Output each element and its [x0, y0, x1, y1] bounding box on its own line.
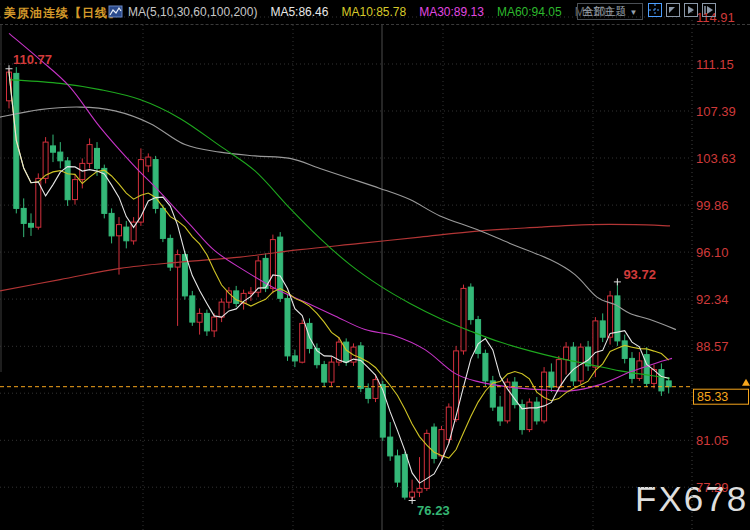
candle-body	[182, 255, 187, 296]
extreme-marker-icon	[6, 65, 13, 72]
ma60-line	[9, 80, 670, 379]
ma60-legend-value: MA60:94.05	[497, 5, 562, 19]
extreme-marker-icon	[409, 497, 416, 504]
candle-body	[395, 456, 400, 482]
candle-body	[73, 180, 78, 200]
candle-body	[366, 388, 371, 398]
candle-body	[329, 362, 334, 382]
candle-body	[29, 223, 34, 227]
axis-label: 107.39	[696, 104, 736, 119]
candle-body	[197, 313, 202, 322]
last-price-label: 85.33	[697, 390, 728, 404]
candle-body	[564, 347, 569, 360]
axis-label: 77.29	[696, 480, 729, 495]
extreme-marker-icon	[614, 278, 621, 285]
axis-label: 92.34	[696, 292, 729, 307]
candle-body	[285, 298, 290, 356]
candle-body	[102, 168, 107, 213]
candle-body	[43, 142, 48, 178]
candle-body	[534, 402, 539, 421]
line-chart-icon	[108, 4, 123, 19]
candle-body	[190, 296, 195, 322]
candle-body	[388, 437, 393, 456]
candle-body	[175, 255, 180, 268]
ma-params-label: MA(5,10,30,60,100,200)	[128, 5, 257, 19]
grid-layout-icon[interactable]	[648, 3, 662, 17]
toolbar-icon-group	[648, 3, 716, 17]
ma10-line	[9, 72, 669, 458]
axis-label: 88.57	[696, 339, 729, 354]
candle-body	[204, 313, 209, 331]
candle-body	[380, 385, 385, 438]
ma-legend: MA(5,10,30,60,100,200) MA5:86.46 MA10:85…	[128, 5, 613, 19]
candle-body	[468, 287, 473, 320]
candle-body	[300, 323, 305, 362]
candle-body	[593, 321, 598, 367]
ma200-line	[0, 224, 670, 291]
axis-label: 96.10	[696, 245, 729, 260]
candle-body	[160, 208, 165, 238]
pane-popout-icon[interactable]	[702, 3, 716, 17]
chart-toolbar: 美原油连续【日线】 MA(5,10,30,60,100,200) MA5:86.…	[0, 0, 750, 25]
pane-next-icon[interactable]	[684, 3, 698, 17]
candle-body	[51, 146, 56, 152]
candle-body	[615, 296, 620, 341]
symbol-title: 美原油连续【日线】	[4, 5, 121, 22]
candle-body	[549, 372, 554, 387]
candle-body	[556, 360, 561, 388]
candle-body	[212, 317, 217, 331]
candle-body	[358, 346, 363, 389]
candle-body	[146, 157, 151, 166]
ma5-line	[9, 72, 669, 483]
candle-body	[527, 402, 532, 430]
pane-shift-icon[interactable]	[666, 3, 680, 17]
axis-label: 111.15	[696, 57, 734, 72]
ma30-legend-value: MA30:89.13	[419, 5, 484, 19]
candle-body	[87, 145, 92, 164]
candle-body	[117, 225, 122, 236]
candle-body	[586, 347, 591, 366]
extreme-price-label: 93.72	[623, 267, 656, 282]
chevron-down-icon: ▼	[630, 8, 638, 17]
candle-body	[432, 427, 437, 458]
candle-body	[292, 356, 297, 361]
candle-body	[234, 291, 239, 304]
candle-body	[219, 302, 224, 317]
ma5-legend-value: MA5:86.46	[270, 5, 328, 19]
candle-body	[666, 381, 671, 387]
candle-body	[402, 455, 407, 498]
price-chart[interactable]: 85.33114.91111.15107.39103.6399.8696.109…	[0, 0, 750, 530]
candle-body	[21, 208, 26, 223]
ma30-line	[9, 33, 672, 391]
candle-body	[373, 380, 378, 399]
candle-body	[58, 152, 63, 161]
main-indicator-dropdown[interactable]: 全部主题 ▼	[577, 3, 643, 20]
candle-body	[153, 160, 158, 209]
candle-body	[109, 213, 114, 236]
candle-body	[344, 342, 349, 362]
candle-body	[417, 488, 422, 492]
candle-body	[439, 430, 444, 456]
candle-body	[659, 370, 664, 391]
candle-body	[600, 321, 605, 337]
chart-app-window: FX678 85.33114.91111.15107.39103.6399.86…	[0, 0, 750, 530]
axis-label: 103.63	[696, 151, 736, 166]
extreme-price-label: 76.23	[417, 503, 450, 518]
candle-body	[498, 407, 503, 421]
candle-body	[95, 148, 100, 168]
candle-body	[124, 227, 129, 241]
ma100-line	[0, 107, 676, 330]
candle-body	[622, 341, 627, 359]
candle-body	[483, 353, 488, 381]
candle-body	[630, 358, 635, 378]
axis-label: 81.05	[696, 433, 729, 448]
candle-body	[248, 292, 253, 293]
candle-body	[461, 288, 466, 351]
extreme-price-label: 110.77	[13, 52, 52, 67]
candle-body	[571, 347, 576, 381]
candle-body	[322, 365, 327, 383]
axis-label: 99.86	[696, 198, 729, 213]
ma10-legend-value: MA10:85.78	[341, 5, 406, 19]
candle-body	[410, 492, 415, 497]
last-price-arrow-icon	[742, 379, 750, 386]
